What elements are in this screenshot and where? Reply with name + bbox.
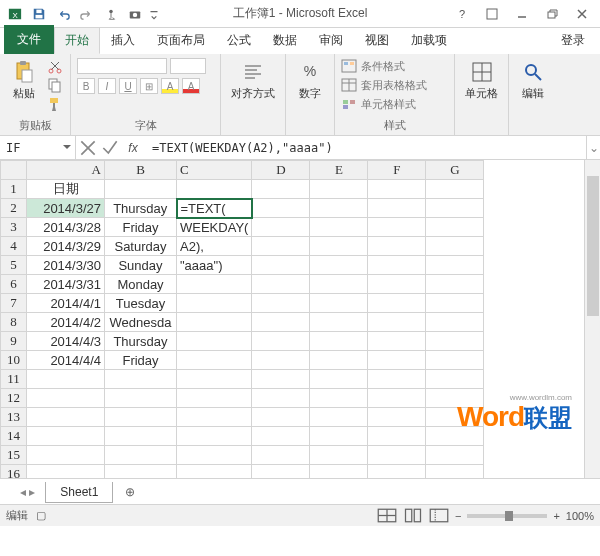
- cell[interactable]: [368, 465, 426, 479]
- conditional-format-button[interactable]: 条件格式: [341, 58, 405, 74]
- cell[interactable]: [252, 370, 310, 389]
- row-12[interactable]: 12: [1, 389, 484, 408]
- cell[interactable]: Thursday: [105, 332, 177, 351]
- cell[interactable]: [252, 313, 310, 332]
- row-2[interactable]: 22014/3/27Thursday=TEXT(: [1, 199, 484, 218]
- cell[interactable]: [310, 294, 368, 313]
- col-header-B[interactable]: B: [105, 161, 177, 180]
- sheet-tab-sheet1[interactable]: Sheet1: [45, 482, 113, 503]
- excel-icon[interactable]: X: [4, 3, 26, 25]
- enter-formula-icon[interactable]: [100, 138, 120, 158]
- cell[interactable]: [105, 427, 177, 446]
- row-header[interactable]: 16: [1, 465, 27, 479]
- row-header[interactable]: 14: [1, 427, 27, 446]
- row-header[interactable]: 5: [1, 256, 27, 275]
- cell[interactable]: [368, 332, 426, 351]
- cell[interactable]: 日期: [27, 180, 105, 199]
- cell[interactable]: =TEXT(: [177, 199, 252, 218]
- cell[interactable]: [252, 389, 310, 408]
- cell[interactable]: [177, 446, 252, 465]
- cell[interactable]: 2014/3/29: [27, 237, 105, 256]
- font-size-box[interactable]: [170, 58, 206, 74]
- row-header[interactable]: 8: [1, 313, 27, 332]
- cell[interactable]: [27, 465, 105, 479]
- restore-icon[interactable]: [538, 4, 566, 24]
- tab-data[interactable]: 数据: [262, 27, 308, 54]
- cell[interactable]: [368, 275, 426, 294]
- redo-icon[interactable]: [76, 3, 98, 25]
- cell[interactable]: [27, 408, 105, 427]
- minimize-icon[interactable]: [508, 4, 536, 24]
- cell[interactable]: [105, 370, 177, 389]
- tab-page-layout[interactable]: 页面布局: [146, 27, 216, 54]
- cell[interactable]: [252, 218, 310, 237]
- cell[interactable]: [105, 465, 177, 479]
- cell[interactable]: [105, 389, 177, 408]
- cell[interactable]: [105, 408, 177, 427]
- cell[interactable]: WEEKDAY(: [177, 218, 252, 237]
- cell[interactable]: [426, 199, 484, 218]
- cancel-formula-icon[interactable]: [78, 138, 98, 158]
- row-8[interactable]: 82014/4/2Wednesda: [1, 313, 484, 332]
- page-break-view-icon[interactable]: [429, 508, 449, 524]
- cell[interactable]: [252, 199, 310, 218]
- row-7[interactable]: 72014/4/1Tuesday: [1, 294, 484, 313]
- cut-icon[interactable]: [46, 58, 64, 74]
- scrollbar-thumb[interactable]: [587, 176, 599, 316]
- cell[interactable]: [252, 256, 310, 275]
- font-name-box[interactable]: [77, 58, 167, 74]
- cell[interactable]: [310, 351, 368, 370]
- fx-icon[interactable]: fx: [122, 141, 144, 155]
- cell[interactable]: [177, 370, 252, 389]
- zoom-in-icon[interactable]: +: [553, 510, 559, 522]
- cell[interactable]: [426, 313, 484, 332]
- cell[interactable]: [27, 446, 105, 465]
- col-header-C[interactable]: C: [177, 161, 252, 180]
- cell[interactable]: A2),: [177, 237, 252, 256]
- page-layout-view-icon[interactable]: [403, 508, 423, 524]
- touch-mode-icon[interactable]: [100, 3, 122, 25]
- row-9[interactable]: 92014/4/3Thursday: [1, 332, 484, 351]
- cell[interactable]: [368, 237, 426, 256]
- select-all-corner[interactable]: [1, 161, 27, 180]
- cell[interactable]: 2014/3/30: [27, 256, 105, 275]
- cell[interactable]: [426, 389, 484, 408]
- vertical-scrollbar[interactable]: [584, 160, 600, 478]
- cell[interactable]: [105, 180, 177, 199]
- cell[interactable]: [426, 237, 484, 256]
- cell[interactable]: [368, 294, 426, 313]
- row-11[interactable]: 11: [1, 370, 484, 389]
- cell[interactable]: [368, 446, 426, 465]
- name-box[interactable]: IF: [0, 136, 76, 159]
- row-5[interactable]: 52014/3/30Sunday"aaaa"): [1, 256, 484, 275]
- cell[interactable]: 2014/4/1: [27, 294, 105, 313]
- new-sheet-button[interactable]: ⊕: [119, 481, 141, 503]
- row-header[interactable]: 1: [1, 180, 27, 199]
- close-icon[interactable]: [568, 4, 596, 24]
- cell[interactable]: [310, 465, 368, 479]
- cell[interactable]: [27, 427, 105, 446]
- cell[interactable]: [426, 275, 484, 294]
- row-15[interactable]: 15: [1, 446, 484, 465]
- cell[interactable]: [310, 370, 368, 389]
- row-13[interactable]: 13: [1, 408, 484, 427]
- cell[interactable]: [426, 256, 484, 275]
- cell[interactable]: [177, 465, 252, 479]
- save-icon[interactable]: [28, 3, 50, 25]
- row-header[interactable]: 15: [1, 446, 27, 465]
- format-painter-icon[interactable]: [46, 96, 64, 112]
- cell[interactable]: [426, 465, 484, 479]
- row-16[interactable]: 16: [1, 465, 484, 479]
- cell[interactable]: [426, 370, 484, 389]
- row-header[interactable]: 10: [1, 351, 27, 370]
- tab-file[interactable]: 文件: [4, 25, 54, 54]
- cell[interactable]: [310, 389, 368, 408]
- cell[interactable]: [177, 408, 252, 427]
- tab-view[interactable]: 视图: [354, 27, 400, 54]
- cell-style-button[interactable]: 单元格样式: [341, 96, 416, 112]
- cell[interactable]: [426, 332, 484, 351]
- cell[interactable]: "aaaa"): [177, 256, 252, 275]
- alignment-button[interactable]: 对齐方式: [227, 58, 279, 103]
- underline-button[interactable]: U: [119, 78, 137, 94]
- cell[interactable]: [426, 427, 484, 446]
